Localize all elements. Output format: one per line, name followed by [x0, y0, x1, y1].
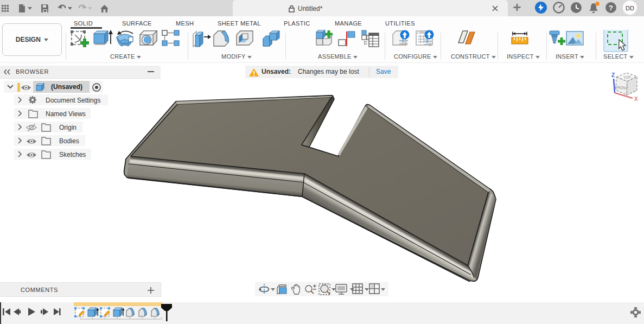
svg-text:X: X	[634, 96, 638, 102]
svg-text:DD: DD	[626, 5, 634, 11]
svg-text:Z: Z	[611, 72, 615, 78]
svg-text:TOP: TOP	[623, 75, 632, 79]
svg-text:?: ?	[609, 4, 613, 12]
